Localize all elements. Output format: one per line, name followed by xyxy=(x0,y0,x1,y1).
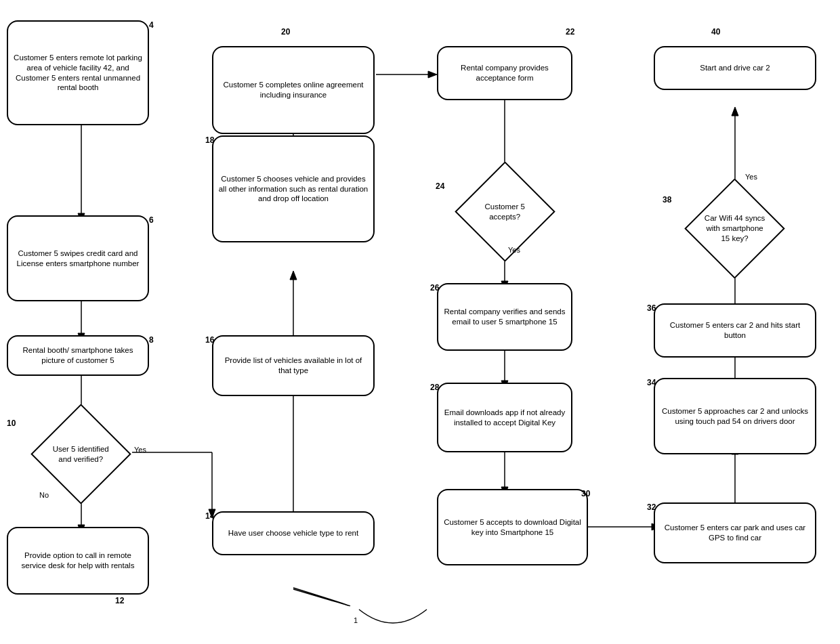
label-10: 10 xyxy=(7,418,16,428)
label-36: 36 xyxy=(647,303,656,313)
label-30: 30 xyxy=(581,489,590,498)
label-16: 16 xyxy=(205,335,214,345)
node-28: Email downloads app if not already insta… xyxy=(437,383,572,452)
node-16: Provide list of vehicles available in lo… xyxy=(212,335,375,396)
label-40: 40 xyxy=(711,27,720,37)
label-8: 8 xyxy=(149,335,154,345)
node-10: User 5 identified and verified? xyxy=(30,404,131,504)
no-label-10: No xyxy=(39,491,49,499)
node-34: Customer 5 approaches car 2 and unlocks … xyxy=(654,378,816,454)
node-12: Provide option to call in remote service… xyxy=(7,527,149,595)
node-18: Customer 5 chooses vehicle and provides … xyxy=(212,135,375,242)
node-24: Customer 5 accepts? xyxy=(455,161,555,261)
label-12: 12 xyxy=(115,596,124,605)
label-34: 34 xyxy=(647,378,656,387)
node-36: Customer 5 enters car 2 and hits start b… xyxy=(654,303,816,358)
svg-marker-36 xyxy=(732,107,738,116)
yes-label-10: Yes xyxy=(134,446,146,454)
label-26: 26 xyxy=(430,283,439,293)
node-38: Car Wifi 44 syncs with smartphone 15 key… xyxy=(684,178,784,278)
label-18: 18 xyxy=(205,135,214,145)
node-22: Rental company provides acceptance form xyxy=(437,46,572,100)
node-8: Rental booth/ smartphone takes picture o… xyxy=(7,335,149,376)
label-22: 22 xyxy=(566,27,574,37)
yes-label-38: Yes xyxy=(745,173,757,181)
label-24: 24 xyxy=(436,181,444,191)
svg-marker-14 xyxy=(290,271,297,280)
label-28: 28 xyxy=(430,383,439,392)
label-20: 20 xyxy=(281,27,290,37)
yes-label-24: Yes xyxy=(508,246,520,254)
label-38: 38 xyxy=(663,195,671,205)
node-32: Customer 5 enters car park and uses car … xyxy=(654,502,816,563)
label-14: 14 xyxy=(205,511,214,521)
node-30: Customer 5 accepts to download Digital k… xyxy=(437,489,588,565)
node-26: Rental company verifies and sends email … xyxy=(437,283,572,351)
label-4: 4 xyxy=(149,20,154,30)
label-6: 6 xyxy=(149,215,154,225)
node-6: Customer 5 swipes credit card and Licens… xyxy=(7,215,149,301)
node-20: Customer 5 completes online agreement in… xyxy=(212,46,375,134)
node-14: Have user choose vehicle type to rent xyxy=(212,511,375,555)
arrow-label-1: 1 xyxy=(354,616,358,624)
label-32: 32 xyxy=(647,502,656,512)
node-40: Start and drive car 2 xyxy=(654,46,816,90)
svg-marker-18 xyxy=(428,71,437,78)
flowchart: Customer 5 enters remote lot parking are… xyxy=(0,0,840,644)
node-4: Customer 5 enters remote lot parking are… xyxy=(7,20,149,125)
